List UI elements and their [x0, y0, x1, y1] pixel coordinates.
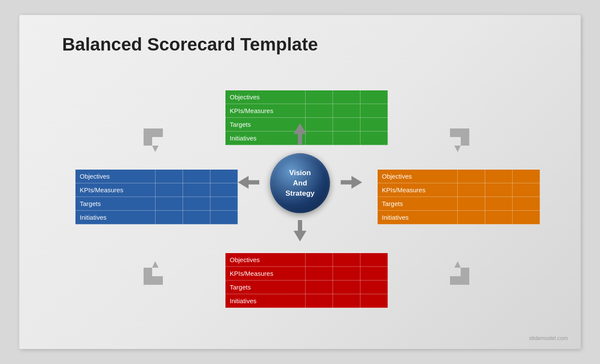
- table-row: Objectives: [225, 253, 388, 267]
- cell: [333, 294, 360, 308]
- turn-arrow-bottom-right: [441, 257, 474, 291]
- cell: [333, 104, 360, 118]
- cell: [333, 253, 360, 267]
- cell: [512, 197, 540, 211]
- cell: [512, 183, 540, 197]
- cell: [210, 197, 237, 211]
- cell: [183, 170, 210, 183]
- cell: [155, 170, 183, 183]
- vision-strategy-sphere: Vision And Strategy: [270, 153, 330, 213]
- objectives-label: Objectives: [225, 90, 306, 104]
- cell: [360, 118, 387, 131]
- slide: Balanced Scorecard Template Objectives K…: [19, 15, 581, 349]
- arrow-right-icon: [341, 176, 362, 191]
- turn-arrow-bottom-left: [139, 257, 171, 291]
- table-row: Objectives: [378, 170, 540, 183]
- objectives-label: Objectives: [378, 170, 458, 183]
- arrow-down-icon: [294, 220, 306, 243]
- svg-marker-2: [238, 176, 259, 189]
- cell: [360, 267, 387, 280]
- cell: [305, 294, 333, 308]
- cell: [305, 104, 333, 118]
- cell: [457, 211, 485, 224]
- cell: [155, 183, 183, 197]
- cell: [305, 280, 333, 294]
- cell: [360, 294, 387, 308]
- table-row: Targets: [75, 197, 238, 211]
- svg-marker-3: [341, 176, 362, 189]
- cell: [305, 253, 333, 267]
- center-area: Vision And Strategy: [270, 153, 330, 213]
- cell: [305, 90, 333, 104]
- cell: [457, 197, 485, 211]
- turn-arrow-top-right: [441, 124, 474, 158]
- table-row: Initiatives: [225, 131, 388, 145]
- cell: [333, 131, 360, 145]
- initiatives-label: Initiatives: [75, 211, 156, 224]
- top-scorecard: Objectives KPIs/Measures Targets Initiat…: [225, 90, 388, 145]
- table-row: Initiatives: [225, 294, 388, 308]
- table-row: Targets: [225, 118, 388, 131]
- cell: [485, 197, 512, 211]
- cell: [305, 267, 333, 280]
- cell: [512, 211, 540, 224]
- vision-line1: Vision: [289, 169, 311, 177]
- cell: [360, 280, 387, 294]
- svg-marker-6: [152, 261, 159, 268]
- vision-line2: And: [293, 179, 307, 187]
- bottom-scorecard: Objectives KPIs/Measures Targets Initiat…: [225, 253, 388, 308]
- cell: [333, 90, 360, 104]
- cell: [183, 197, 210, 211]
- svg-marker-5: [454, 146, 461, 152]
- table-row: Targets: [378, 197, 540, 211]
- cell: [183, 211, 210, 224]
- svg-marker-1: [294, 220, 306, 242]
- kpis-label: KPIs/Measures: [225, 104, 306, 118]
- cell: [360, 104, 387, 118]
- svg-marker-0: [294, 123, 306, 145]
- cell: [360, 253, 387, 267]
- watermark: slidemodel.com: [529, 335, 568, 341]
- table-row: KPIs/Measures: [225, 267, 388, 280]
- objectives-label: Objectives: [75, 170, 156, 183]
- cell: [210, 211, 237, 224]
- objectives-label: Objectives: [225, 253, 306, 267]
- arrow-left-icon: [238, 176, 259, 191]
- cell: [333, 118, 360, 131]
- cell: [183, 183, 210, 197]
- cell: [155, 211, 183, 224]
- table-row: KPIs/Measures: [75, 183, 238, 197]
- kpis-label: KPIs/Measures: [378, 183, 458, 197]
- initiatives-label: Initiatives: [225, 294, 306, 308]
- table-row: Targets: [225, 280, 388, 294]
- table-row: KPIs/Measures: [378, 183, 540, 197]
- arrow-up-icon: [294, 123, 306, 146]
- page-title: Balanced Scorecard Template: [62, 34, 318, 55]
- svg-marker-4: [152, 146, 159, 152]
- targets-label: Targets: [225, 280, 306, 294]
- table-row: Initiatives: [75, 211, 238, 224]
- cell: [305, 131, 333, 145]
- table-row: Initiatives: [378, 211, 540, 224]
- cell: [457, 170, 485, 183]
- vision-line3: Strategy: [285, 189, 315, 197]
- cell: [210, 183, 237, 197]
- right-scorecard: Objectives KPIs/Measures Targets Initiat…: [377, 169, 540, 224]
- cell: [305, 118, 333, 131]
- kpis-label: KPIs/Measures: [75, 183, 156, 197]
- table-row: Objectives: [75, 170, 238, 183]
- cell: [457, 183, 485, 197]
- svg-marker-7: [454, 261, 461, 268]
- table-row: Objectives: [225, 90, 388, 104]
- left-scorecard: Objectives KPIs/Measures Targets Initiat…: [75, 169, 238, 224]
- cell: [155, 197, 183, 211]
- cell: [360, 90, 387, 104]
- kpis-label: KPIs/Measures: [225, 267, 306, 280]
- cell: [333, 267, 360, 280]
- turn-arrow-top-left: [139, 124, 171, 158]
- cell: [512, 170, 540, 183]
- targets-label: Targets: [378, 197, 458, 211]
- cell: [333, 280, 360, 294]
- targets-label: Targets: [75, 197, 156, 211]
- table-row: KPIs/Measures: [225, 104, 388, 118]
